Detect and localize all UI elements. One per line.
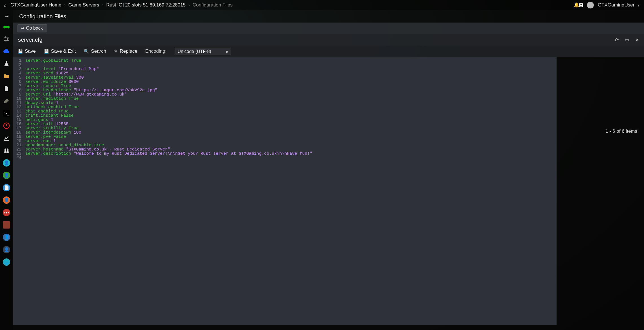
avatar[interactable] [587, 2, 594, 8]
save-button[interactable]: 💾 Save [17, 48, 36, 54]
search-label: Search [91, 48, 106, 54]
code-line[interactable]: craft.instant False [25, 114, 312, 118]
sidebar-item-console[interactable]: >_ [0, 107, 13, 119]
refresh-button[interactable]: ⟳ [615, 37, 619, 43]
save-icon: 💾 [44, 49, 49, 54]
code-line[interactable]: server.seed 13825 [25, 71, 312, 76]
page-title: Configuration Files [13, 10, 644, 23]
sidebar-item-book[interactable]: 📘 [0, 231, 13, 243]
code-line[interactable]: server.description "Welcome to my Rust D… [25, 152, 312, 156]
sidebar-item-alert[interactable]: ●●● [0, 206, 13, 219]
editor-toolbar: 💾 Save 💾 Save & Exit 🔍 Search ✎ Replace … [13, 46, 644, 57]
code-line[interactable]: heli.guns 1 [25, 118, 312, 122]
topbar: ⌂ GTXGamingUser Home › Game Servers › Ru… [0, 0, 644, 10]
code-line[interactable]: server.worldsize 3000 [25, 80, 312, 84]
breadcrumb-servers[interactable]: Game Servers [68, 2, 99, 8]
code-line[interactable]: server.headerimage "https://i.imgur.com/… [25, 88, 312, 92]
notifications-button[interactable]: 🔔2 [574, 2, 583, 8]
code-line[interactable]: squadmanager.squad_disable true [25, 143, 312, 147]
code-line[interactable]: server.saveinterval 300 [25, 76, 312, 80]
sidebar-item-globe[interactable]: 🌐 [0, 256, 13, 268]
code-content[interactable]: server.globalchat True server.level "Pro… [23, 57, 312, 325]
maximize-button[interactable]: ▭ [625, 37, 629, 43]
breadcrumb-current: Configuration Files [193, 2, 233, 8]
sidebar-item-paint[interactable] [0, 95, 13, 107]
save-exit-button[interactable]: 💾 Save & Exit [44, 48, 76, 54]
sidebar-item-files[interactable] [0, 70, 13, 82]
code-line[interactable]: server.secure True [25, 84, 312, 88]
sidebar-item-user1[interactable]: 👤 [0, 157, 13, 169]
sidebar-item-person[interactable]: 👤 [0, 243, 13, 256]
editor-panel: ↩ Go back server.cfg ⟳ ▭ ✕ 💾 Save 💾 Save… [13, 23, 644, 325]
rust-icon [3, 221, 10, 229]
replace-label: Replace [120, 48, 137, 54]
sidebar-item-schedule[interactable] [0, 119, 13, 132]
flask-icon [3, 60, 10, 67]
edit-icon: ✎ [114, 49, 118, 54]
alert-circle-icon: ●●● [3, 209, 10, 216]
save-label: Save [25, 48, 36, 54]
svg-point-4 [7, 38, 8, 39]
code-line[interactable]: server.globalchat True [25, 59, 312, 63]
sidebar-item-user2[interactable]: 👤 [0, 169, 13, 181]
code-line[interactable]: server.pve False [25, 135, 312, 139]
code-line[interactable]: server.salt 12535 [25, 122, 312, 126]
support-circle-icon: 👤 [3, 196, 10, 204]
chevron-right-icon: › [188, 3, 190, 7]
code-line[interactable]: server.level "Procedural Map" [25, 67, 312, 71]
code-line[interactable]: server.stability True [25, 126, 312, 130]
code-line[interactable]: antihack.enabled True [25, 105, 312, 109]
home-icon: ⌂ [4, 3, 6, 8]
code-line[interactable]: server.radiation True [25, 97, 312, 101]
brush-icon [3, 98, 10, 104]
code-line[interactable] [25, 63, 312, 67]
folder-icon [3, 73, 10, 79]
reply-arrow-icon: ↩ [21, 26, 24, 31]
search-button[interactable]: 🔍 Search [84, 48, 106, 54]
breadcrumb-home[interactable]: GTXGamingUser Home [10, 2, 61, 8]
save-icon: 💾 [17, 49, 23, 54]
goback-row: ↩ Go back [13, 23, 644, 34]
sidebar-item-dashboard[interactable] [0, 20, 13, 33]
chart-icon [3, 135, 10, 141]
chevron-right-icon: › [64, 3, 66, 7]
person-circle-icon: 👤 [3, 246, 10, 253]
file-header-bar: server.cfg ⟳ ▭ ✕ [13, 34, 644, 46]
breadcrumb-instance[interactable]: Rust [G] 20 slots 51.89.169.72:28015 [106, 2, 186, 8]
sidebar-item-support[interactable]: 👤 [0, 194, 13, 206]
line-number-gutter: 123456789101112131415161718192021222324 [13, 57, 23, 325]
sidebar-rail: ⇥ >_ 👤 👤 📄 👤 ●●● 📘 👤 🌐 [0, 10, 13, 330]
gamepad-icon [3, 23, 10, 30]
cloud-icon [3, 48, 10, 55]
pagination-info: 1 - 6 of 6 items [606, 129, 637, 134]
user-menu[interactable]: GTXGamingUser ▼ [598, 2, 640, 8]
replace-button[interactable]: ✎ Replace [114, 48, 137, 54]
sidebar-item-lab[interactable] [0, 57, 13, 70]
sidebar-item-settings[interactable] [0, 33, 13, 45]
user-circle-icon: 👤 [3, 159, 10, 167]
sidebar-item-cloud[interactable] [0, 45, 13, 57]
code-line[interactable]: server.eac 1 [25, 139, 312, 143]
code-line[interactable]: decay.scale 1 [25, 101, 312, 105]
save-exit-label: Save & Exit [51, 48, 76, 54]
encoding-select[interactable]: Unicode (UTF-8) [175, 48, 231, 55]
close-button[interactable]: ✕ [635, 37, 639, 43]
sidebar-item-stats[interactable] [0, 132, 13, 144]
sidebar-item-rust[interactable] [0, 219, 13, 231]
go-back-button[interactable]: ↩ Go back [17, 24, 47, 32]
code-editor[interactable]: 123456789101112131415161718192021222324 … [13, 57, 557, 325]
file-icon [3, 85, 10, 92]
code-line[interactable]: chat.enabled True [25, 109, 312, 114]
doc-circle-icon: 📄 [3, 184, 10, 191]
code-line[interactable]: server.hostname "GTXGaming.co.uk - Rust … [25, 147, 312, 152]
sidebar-item-find[interactable] [0, 144, 13, 157]
code-line[interactable]: server.url "https://www.gtxgaming.co.uk" [25, 92, 312, 97]
svg-point-5 [5, 40, 6, 41]
pin-sidebar-icon[interactable]: ⇥ [0, 12, 13, 20]
sidebar-item-file[interactable] [0, 82, 13, 95]
book-circle-icon: 📘 [3, 234, 10, 241]
code-line[interactable] [25, 156, 312, 160]
code-line[interactable]: server.itemdespawn 180 [25, 130, 312, 135]
sidebar-item-doc[interactable]: 📄 [0, 181, 13, 194]
chevron-down-icon: ▼ [637, 4, 640, 7]
